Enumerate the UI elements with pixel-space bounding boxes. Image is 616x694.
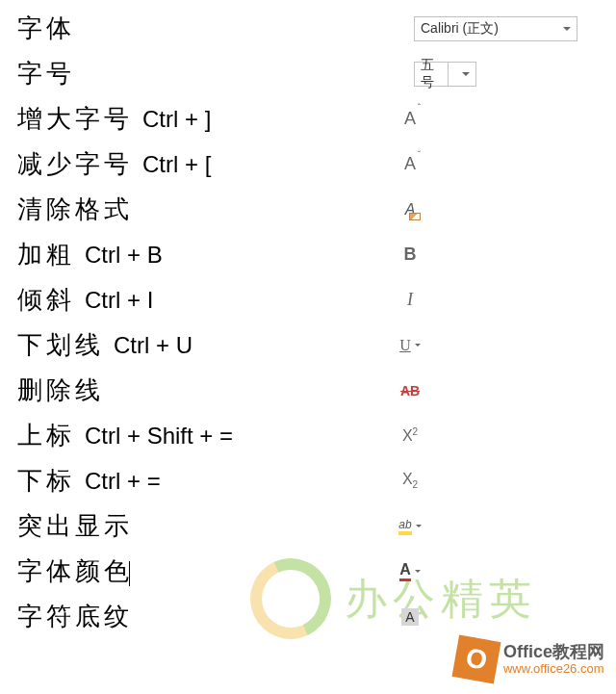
row-clear-format: 清除格式 A — [0, 187, 616, 232]
underline-icon: U — [399, 337, 411, 354]
character-shading-icon: A — [401, 608, 419, 626]
shortcut-superscript: Ctrl + Shift + = — [85, 423, 233, 450]
grow-font-button[interactable]: A — [395, 105, 425, 134]
source-badge: O Office教程网 www.office26.com — [455, 638, 604, 681]
shortcut-subscript: Ctrl + = — [85, 468, 161, 495]
font-dropdown[interactable]: Calibri (正文) — [414, 16, 578, 41]
font-color-icon: A — [399, 561, 411, 581]
row-subscript: 下标 Ctrl + = X2 — [0, 458, 616, 503]
bold-icon: B — [404, 244, 417, 265]
font-size-dropdown[interactable]: 五号 — [414, 62, 476, 87]
row-shrink-font: 减少字号 Ctrl + [ A — [0, 141, 616, 187]
bold-button[interactable]: B — [395, 241, 425, 270]
grow-font-icon: A — [404, 109, 416, 129]
label-subscript: 下标 — [0, 464, 77, 498]
label-grow-font: 增大字号 — [0, 102, 135, 136]
label-character-shading: 字符底纹 — [0, 600, 135, 633]
label-font-color: 字体颜色 — [0, 554, 135, 588]
italic-button[interactable]: I — [395, 286, 425, 315]
row-font: 字体 Calibri (正文) — [0, 6, 616, 51]
strikethrough-button[interactable]: AB — [395, 376, 425, 405]
shortcut-underline: Ctrl + U — [114, 332, 192, 359]
row-strikethrough: 删除线 AB — [0, 368, 616, 413]
row-italic: 倾斜 Ctrl + I I — [0, 277, 616, 322]
row-grow-font: 增大字号 Ctrl + ] A — [0, 96, 616, 141]
shortcut-grow-font: Ctrl + ] — [142, 106, 211, 133]
clear-format-button[interactable]: A — [395, 195, 425, 224]
row-font-color: 字体颜色 A — [0, 549, 616, 594]
text-cursor — [129, 561, 130, 586]
label-shrink-font: 减少字号 — [0, 147, 135, 181]
chevron-down-icon — [415, 570, 421, 573]
highlight-icon: ab — [398, 518, 411, 535]
strikethrough-icon: AB — [400, 383, 420, 398]
subscript-icon: X2 — [402, 471, 418, 490]
clear-format-icon: A — [405, 201, 416, 218]
shortcut-italic: Ctrl + I — [85, 287, 153, 314]
label-font: 字体 — [0, 12, 135, 45]
superscript-button[interactable]: X2 — [395, 422, 425, 450]
highlight-button[interactable]: ab — [395, 512, 425, 541]
italic-icon: I — [407, 290, 413, 310]
row-character-shading: 字符底纹 A — [0, 594, 616, 639]
character-shading-button[interactable]: A — [395, 603, 425, 631]
chevron-down-icon — [563, 27, 571, 31]
chevron-down-icon — [462, 72, 470, 76]
badge-title: Office教程网 — [503, 643, 604, 662]
label-font-size: 字号 — [0, 57, 135, 90]
label-strikethrough: 删除线 — [0, 373, 135, 407]
badge-url: www.office26.com — [503, 662, 604, 676]
row-superscript: 上标 Ctrl + Shift + = X2 — [0, 413, 616, 458]
row-underline: 下划线 Ctrl + U U — [0, 322, 616, 368]
shortcut-shrink-font: Ctrl + [ — [142, 151, 211, 178]
label-superscript: 上标 — [0, 419, 77, 452]
row-highlight: 突出显示 ab — [0, 503, 616, 549]
font-color-button[interactable]: A — [395, 557, 425, 586]
chevron-down-icon — [416, 525, 422, 527]
office-logo-icon: O — [451, 635, 500, 684]
subscript-button[interactable]: X2 — [395, 467, 425, 496]
label-italic: 倾斜 — [0, 283, 77, 317]
superscript-icon: X2 — [402, 426, 418, 445]
label-underline: 下划线 — [0, 328, 106, 362]
underline-button[interactable]: U — [395, 331, 425, 360]
label-highlight: 突出显示 — [0, 509, 135, 543]
row-font-size: 字号 五号 — [0, 51, 616, 96]
shortcut-bold: Ctrl + B — [85, 242, 163, 269]
shrink-font-button[interactable]: A — [395, 150, 425, 179]
row-bold: 加粗 Ctrl + B B — [0, 232, 616, 277]
chevron-down-icon — [415, 344, 421, 347]
font-size-value: 五号 — [421, 57, 442, 91]
shrink-font-icon: A — [404, 154, 416, 174]
font-dropdown-value: Calibri (正文) — [421, 20, 499, 38]
label-clear-format: 清除格式 — [0, 193, 135, 226]
label-bold: 加粗 — [0, 238, 77, 271]
